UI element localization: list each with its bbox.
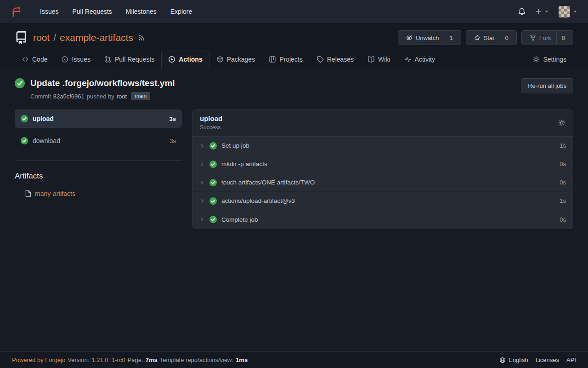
step-duration: 0s	[560, 216, 566, 223]
tab-label: Issues	[72, 56, 90, 63]
repo-header-section: root / example-artifacts Unwatch 1	[0, 23, 588, 68]
tab-releases[interactable]: Releases	[310, 51, 361, 68]
chevron-down-icon	[544, 9, 549, 14]
tab-label: Activity	[415, 56, 435, 63]
tab-label: Wiki	[378, 56, 390, 63]
chevron-right-icon	[199, 180, 205, 185]
star-button[interactable]: Star 0	[466, 30, 517, 45]
step-success-icon	[209, 161, 217, 168]
nav-item-issues[interactable]: Issues	[33, 0, 65, 23]
step-success-icon	[209, 197, 217, 205]
licenses-link[interactable]: Licenses	[536, 356, 559, 363]
rerun-all-jobs-button[interactable]: Re-run all jobs	[521, 78, 573, 93]
star-icon	[474, 34, 481, 41]
step-row-mkdir[interactable]: mkdir -p artifacts 0s	[192, 155, 573, 173]
job-name: upload	[33, 115, 54, 122]
step-success-icon	[209, 142, 217, 150]
job-duration: 3s	[170, 138, 176, 144]
version-link[interactable]: 1.21.0+1-rc0	[91, 356, 125, 363]
step-row-set-up-job[interactable]: Set up job 1s	[192, 137, 573, 155]
star-label: Star	[484, 34, 495, 41]
package-icon	[216, 56, 224, 63]
create-new-menu[interactable]	[535, 8, 549, 15]
code-icon	[22, 56, 29, 63]
step-row-upload-artifact[interactable]: actions/upload-artifact@v3 1s	[192, 192, 573, 210]
nav-item-milestones[interactable]: Milestones	[119, 0, 164, 23]
tab-label: Pull Requests	[115, 56, 154, 63]
tab-label: Actions	[179, 56, 202, 63]
file-icon	[25, 190, 31, 197]
tab-actions[interactable]: Actions	[161, 51, 209, 68]
tab-code[interactable]: Code	[15, 51, 54, 68]
navbar-right	[518, 6, 578, 17]
top-navbar: Issues Pull Requests Milestones Explore	[0, 0, 588, 23]
repo-owner-link[interactable]: root	[33, 32, 50, 43]
tab-packages[interactable]: Packages	[209, 51, 262, 68]
tab-activity[interactable]: Activity	[397, 51, 442, 68]
star-count[interactable]: 0	[500, 31, 514, 44]
step-label: touch artifacts/ONE artifacts/TWO	[221, 179, 315, 186]
step-row-complete-job[interactable]: Complete job 0s	[192, 210, 573, 229]
language-label: English	[509, 356, 528, 363]
tab-wiki[interactable]: Wiki	[361, 51, 397, 68]
notifications-bell-icon[interactable]	[518, 7, 526, 16]
fork-button[interactable]: Fork 0	[521, 30, 573, 45]
tab-label: Code	[32, 56, 47, 63]
actions-run-view: Update .forgejo/workflows/test.yml Commi…	[0, 68, 588, 351]
tab-label: Settings	[543, 56, 566, 63]
repo-separator: /	[53, 32, 56, 43]
job-success-icon	[21, 137, 28, 144]
job-item-upload[interactable]: upload 3s	[15, 109, 182, 128]
step-label: actions/upload-artifact@v3	[221, 197, 295, 204]
template-time-label: Template repo/actions/view:	[160, 356, 233, 363]
tab-pull-requests[interactable]: Pull Requests	[97, 51, 161, 68]
job-detail-card: upload Success Set up job 1s	[192, 109, 573, 229]
page-time-label: Page:	[128, 356, 143, 363]
language-selector[interactable]: English	[499, 356, 528, 363]
step-label: Complete job	[221, 216, 258, 223]
user-menu[interactable]	[559, 6, 578, 17]
nav-item-pull-requests[interactable]: Pull Requests	[65, 0, 119, 23]
artifact-item: many-artifacts	[25, 190, 182, 197]
job-duration: 3s	[170, 115, 176, 122]
job-options-gear-icon[interactable]	[558, 119, 565, 126]
repo-name-link[interactable]: example-artifacts	[60, 32, 133, 43]
version-label: Version:	[68, 356, 89, 363]
jobs-sidebar: upload 3s download 3s Artifacts many-art…	[15, 109, 182, 229]
unwatch-button[interactable]: Unwatch 1	[398, 30, 461, 45]
job-item-download[interactable]: download 3s	[15, 132, 182, 150]
tab-label: Projects	[279, 56, 303, 63]
issue-icon	[61, 56, 68, 63]
repo-tabs: Code Issues Pull Requests Actions Packag…	[15, 51, 573, 68]
watch-count[interactable]: 1	[444, 31, 458, 44]
footer: Powered by Forgejo Version: 1.21.0+1-rc0…	[0, 351, 588, 368]
step-success-icon	[209, 179, 217, 186]
fork-label: Fork	[539, 34, 551, 41]
pushed-by-label: pushed by	[87, 93, 114, 100]
page-time-value: 7ms	[146, 356, 158, 363]
repository-icon	[15, 31, 28, 44]
step-duration: 0s	[560, 161, 566, 167]
commit-sha-link[interactable]: 82a5cf6961	[53, 93, 85, 100]
nav-item-explore[interactable]: Explore	[164, 0, 199, 23]
tab-settings[interactable]: Settings	[526, 51, 573, 68]
powered-by-link[interactable]: Powered by Forgejo	[12, 356, 65, 363]
template-time-value: 1ms	[236, 356, 248, 363]
fork-count[interactable]: 0	[556, 31, 570, 44]
rss-icon[interactable]	[138, 34, 145, 41]
branch-badge[interactable]: main	[131, 92, 150, 100]
gear-icon	[532, 56, 540, 63]
step-label: Set up job	[221, 142, 249, 149]
tab-projects[interactable]: Projects	[262, 51, 310, 68]
job-success-icon	[21, 115, 28, 122]
artifact-link[interactable]: many-artifacts	[35, 190, 75, 197]
author-link[interactable]: root	[117, 93, 127, 100]
tab-issues[interactable]: Issues	[54, 51, 97, 68]
api-link[interactable]: API	[566, 356, 576, 363]
globe-icon	[499, 357, 506, 363]
forgejo-logo-icon[interactable]	[10, 6, 22, 17]
plus-icon	[535, 8, 542, 15]
chevron-right-icon	[199, 217, 205, 222]
step-row-touch[interactable]: touch artifacts/ONE artifacts/TWO 0s	[192, 173, 573, 192]
pulse-icon	[404, 56, 412, 63]
